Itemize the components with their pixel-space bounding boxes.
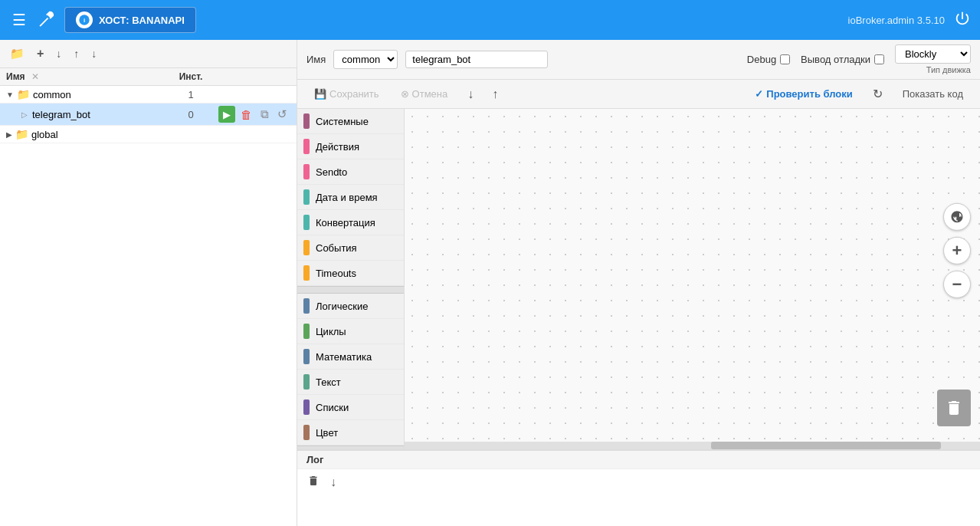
log-header: Лог — [297, 451, 980, 469]
export-up-button[interactable]: ↑ — [70, 45, 83, 62]
debug-output-label: Вывод отладки — [801, 54, 870, 65]
check-icon: ✓ — [755, 88, 763, 100]
blockly-canvas[interactable]: + − — [405, 109, 980, 449]
copy-button[interactable]: ⧉ — [257, 106, 272, 123]
namespace-select[interactable]: common — [333, 50, 398, 69]
category-color — [303, 113, 310, 129]
tree-row[interactable]: ▶ 📁 global — [0, 126, 297, 143]
debug-checkbox[interactable] — [780, 54, 790, 64]
category-color — [303, 240, 310, 255]
category-color — [303, 139, 310, 154]
category-cikly[interactable]: Циклы — [297, 319, 404, 344]
debug-label: Debug — [747, 54, 776, 65]
run-button[interactable]: ▶ — [218, 106, 235, 123]
log-toolbar: ↓ — [297, 469, 980, 495]
cancel-label: Отмена — [412, 88, 448, 100]
add-script-button[interactable]: + — [33, 44, 48, 63]
canvas-dots — [405, 109, 980, 449]
left-tree: ▼ 📁 common 1 ▷ telegram_bot 0 ▶ 🗑 — [0, 86, 297, 526]
category-label: Конвертация — [316, 217, 375, 228]
category-label: Системные — [316, 116, 369, 127]
category-konvertaciya[interactable]: Конвертация — [297, 210, 404, 235]
scrollbar-thumb — [711, 442, 941, 449]
category-spiski[interactable]: Списки — [297, 395, 404, 420]
table-header: Имя ✕ Инст. — [0, 68, 297, 86]
category-color — [303, 349, 310, 364]
tree-inst: 1 — [168, 89, 214, 100]
refresh-button[interactable]: ↻ — [867, 84, 889, 104]
tree-row[interactable]: ▷ telegram_bot 0 ▶ 🗑 ⧉ ↺ — [0, 104, 297, 126]
tree-actions: ▶ 🗑 ⧉ ↺ — [214, 106, 290, 123]
category-color — [303, 164, 310, 179]
save-icon: 💾 — [314, 88, 326, 100]
action-bar: 💾 Сохранить ⊗ Отмена ↓ ↑ ✓ Проверить бло… — [297, 80, 980, 109]
category-dejstviya[interactable]: Действия — [297, 134, 404, 159]
editor-top-bar: Имя common Debug Вывод отладки Blockly J… — [297, 40, 980, 80]
category-timeouts[interactable]: Timeouts — [297, 261, 404, 286]
tree-item-label: global — [31, 129, 58, 140]
category-color — [303, 215, 310, 230]
category-label: Timeouts — [316, 268, 356, 279]
left-toolbar: 📁 + ↓ ↑ ↓ — [0, 40, 297, 68]
wrench-icon[interactable] — [38, 10, 55, 31]
main-layout: 📁 + ↓ ↑ ↓ Имя ✕ Инст. ▼ 📁 common — [0, 40, 980, 526]
category-label: Действия — [316, 141, 359, 153]
log-clear-button[interactable] — [303, 472, 323, 491]
tree-inst: 0 — [168, 109, 214, 120]
import-button[interactable]: ↓ — [52, 45, 65, 62]
power-icon[interactable] — [954, 10, 971, 31]
export-down-button[interactable]: ↓ — [87, 45, 100, 62]
trash-button[interactable] — [937, 390, 971, 426]
save-label: Сохранить — [329, 88, 379, 100]
add-folder-button[interactable]: 📁 — [6, 44, 28, 63]
blockly-controls: + − — [943, 203, 971, 298]
export-icon-button[interactable]: ↑ — [486, 84, 504, 104]
engine-type-label: Тип движка — [926, 65, 971, 74]
category-label: События — [316, 242, 357, 254]
log-download-button[interactable]: ↓ — [326, 472, 340, 491]
script-name-input[interactable] — [405, 51, 548, 68]
debug-output-checkbox[interactable] — [874, 54, 884, 64]
category-label: Математика — [316, 351, 372, 363]
category-data-vremya[interactable]: Дата и время — [297, 185, 404, 210]
category-tekst[interactable]: Текст — [297, 370, 404, 395]
category-tsvet[interactable]: Цвет — [297, 420, 404, 445]
category-color — [303, 425, 310, 440]
category-label: Sendto — [316, 166, 347, 178]
check-blocks-button[interactable]: ✓ Проверить блоки — [747, 85, 860, 103]
zoom-out-button[interactable]: − — [943, 271, 971, 298]
category-sendto[interactable]: Sendto — [297, 159, 404, 185]
category-color — [303, 298, 310, 314]
host-icon: i — [76, 12, 93, 28]
save-button[interactable]: 💾 Сохранить — [306, 85, 387, 103]
engine-select[interactable]: Blockly JavaScript — [895, 44, 971, 64]
crosshair-button[interactable] — [943, 203, 971, 231]
host-badge[interactable]: i ХОСТ: BANANAPI — [64, 7, 196, 33]
canvas-scrollbar[interactable] — [405, 442, 980, 449]
category-logicheskie[interactable]: Логические — [297, 294, 404, 319]
delete-button[interactable]: 🗑 — [238, 106, 255, 123]
import-icon-button[interactable]: ↓ — [461, 84, 480, 104]
show-code-button[interactable]: Показать код — [895, 85, 971, 103]
file-icon: ▷ — [21, 110, 28, 119]
category-sobytiya[interactable]: События — [297, 235, 404, 261]
category-matematika[interactable]: Математика — [297, 344, 404, 370]
category-label: Логические — [316, 301, 368, 312]
editor-top-right: Debug Вывод отладки Blockly JavaScript Т… — [747, 44, 971, 74]
category-systemnye[interactable]: Системные — [297, 109, 404, 134]
cancel-button[interactable]: ⊗ Отмена — [393, 85, 456, 103]
tree-item-label: common — [33, 89, 71, 100]
reload-button[interactable]: ↺ — [274, 106, 290, 123]
folder-icon: 📁 — [17, 88, 30, 100]
topbar: ☰ i ХОСТ: BANANAPI ioBroker.admin 3.5.10 — [0, 0, 980, 40]
blockly-sidebar: Системные Действия Sendto Дата и время К… — [297, 109, 405, 449]
category-label: Дата и время — [316, 192, 378, 203]
category-color — [303, 374, 310, 390]
tree-row[interactable]: ▼ 📁 common 1 — [0, 86, 297, 104]
menu-icon[interactable]: ☰ — [9, 8, 29, 32]
show-code-label: Показать код — [903, 88, 963, 100]
cancel-icon: ⊗ — [401, 88, 409, 100]
zoom-in-button[interactable]: + — [943, 237, 971, 265]
left-panel: 📁 + ↓ ↑ ↓ Имя ✕ Инст. ▼ 📁 common — [0, 40, 297, 526]
clear-filter-icon[interactable]: ✕ — [31, 71, 39, 82]
